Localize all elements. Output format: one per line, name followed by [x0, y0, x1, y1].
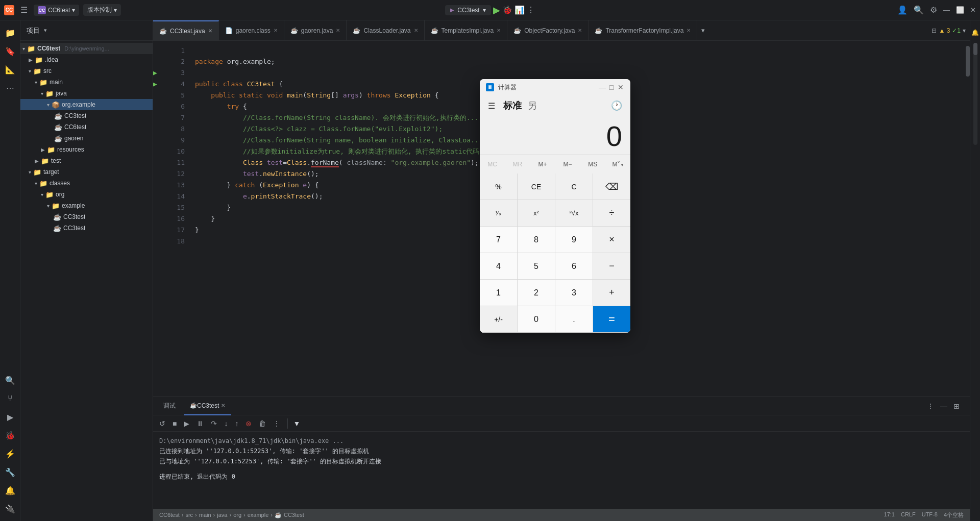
calc-subtract-button[interactable]: −	[593, 253, 630, 280]
calc-minimize-button[interactable]: —	[599, 84, 606, 91]
file-tree-chevron[interactable]: ▾	[44, 27, 47, 34]
tree-java-folder[interactable]: ▾ 📁 java	[20, 88, 153, 99]
tab-overflow-button[interactable]: ▾	[697, 20, 709, 41]
encoding[interactable]: UTF-8	[922, 511, 938, 519]
calc-close-button[interactable]: ✕	[617, 84, 624, 91]
tree-org-example-folder[interactable]: ▾ 📦 org.example	[20, 99, 153, 110]
sidebar-icon-plugins[interactable]: 🔌	[2, 501, 18, 517]
calc-reciprocal-button[interactable]: ¹⁄ₓ	[480, 200, 518, 227]
calc-mminus-button[interactable]: M−	[555, 155, 580, 173]
calc-sqrt-button[interactable]: ²√x	[555, 200, 593, 227]
tree-cc3test-file[interactable]: ☕ CC3test	[20, 110, 153, 121]
tab-split-button[interactable]: ⊟	[932, 27, 937, 34]
ok-count[interactable]: ✓1	[952, 27, 961, 34]
settings-button[interactable]: ⚙	[930, 5, 937, 15]
disconnect-btn[interactable]: ⊗	[243, 418, 254, 429]
calc-menu-icon[interactable]: ☰	[488, 101, 495, 111]
tab-gaoren-class-close[interactable]: ✕	[274, 28, 278, 33]
right-sidebar-vscroll[interactable]	[973, 43, 977, 145]
calc-negate-button[interactable]: +/-	[480, 306, 518, 333]
minimize-button[interactable]: —	[943, 6, 950, 14]
tree-resources-folder[interactable]: ▶ 📁 resources	[20, 144, 153, 155]
editor-vscroll[interactable]	[966, 41, 970, 396]
breadcrumb-java[interactable]: java	[217, 512, 227, 518]
user-button[interactable]: 👤	[897, 5, 908, 15]
debug-button[interactable]: 🐞	[502, 5, 512, 15]
tree-idea-folder[interactable]: ▶ 📁 .idea	[20, 54, 153, 65]
sidebar-icon-search[interactable]: 🔍	[2, 372, 18, 388]
tree-target-cc3test-2[interactable]: ☕ CC3test	[20, 222, 153, 234]
run-more-button[interactable]: ⋮	[527, 5, 535, 15]
breadcrumb-src[interactable]: src	[185, 512, 193, 518]
calc-9-button[interactable]: 9	[555, 227, 593, 253]
run-button[interactable]: ▶	[493, 5, 500, 16]
debug-tab[interactable]: 调试	[157, 397, 182, 415]
close-button[interactable]: ✕	[970, 6, 976, 14]
bottom-expand-button[interactable]: —	[938, 401, 949, 411]
calc-percent-button[interactable]: %	[480, 173, 518, 200]
calc-5-button[interactable]: 5	[518, 253, 555, 280]
calc-ms-button[interactable]: MS	[580, 155, 605, 173]
line-ending[interactable]: CRLF	[901, 511, 916, 519]
tab-transformerfactoryimpl[interactable]: ☕ TransformerFactoryImpl.java ✕	[589, 20, 697, 41]
tab-gaoren-java[interactable]: ☕ gaoren.java ✕	[284, 20, 347, 41]
calc-4-button[interactable]: 4	[480, 253, 518, 280]
tab-objectfactory-close[interactable]: ✕	[578, 28, 582, 33]
tree-src-folder[interactable]: ▾ 📁 src	[20, 65, 153, 77]
sidebar-icon-more[interactable]: ⋯	[2, 80, 18, 96]
profile-button[interactable]: 📊	[514, 5, 525, 15]
step-over-btn[interactable]: ↷	[209, 418, 219, 429]
calc-add-button[interactable]: +	[593, 280, 630, 306]
calc-7-button[interactable]: 7	[480, 227, 518, 253]
tree-test-folder[interactable]: ▶ 📁 test	[20, 155, 153, 166]
calc-maximize-button[interactable]: □	[608, 84, 615, 91]
sidebar-icon-git[interactable]: ⑂	[2, 390, 18, 407]
breadcrumb-example[interactable]: example	[248, 512, 269, 518]
bottom-split-button[interactable]: ⊞	[951, 401, 962, 411]
tab-gaoren-java-close[interactable]: ✕	[336, 28, 340, 33]
tab-classloader[interactable]: ☕ ClassLoader.java ✕	[347, 20, 424, 41]
calc-decimal-button[interactable]: .	[555, 306, 593, 333]
tab-templatesimpl[interactable]: ☕ TemplatesImpl.java ✕	[425, 20, 508, 41]
maximize-button[interactable]: ⬜	[956, 6, 964, 14]
tree-example-folder[interactable]: ▾ 📁 example	[20, 200, 153, 211]
hamburger-menu[interactable]: ☰	[18, 3, 30, 17]
suspend-btn[interactable]: ⏸	[194, 418, 206, 429]
tree-target-cc3test-1[interactable]: ☕ CC3test	[20, 211, 153, 222]
inspector-button[interactable]: ▾	[963, 27, 966, 34]
bottom-more-button[interactable]: ⋮	[925, 401, 936, 411]
console-more-btn[interactable]: ⋮	[271, 418, 282, 429]
calc-2-button[interactable]: 2	[518, 280, 555, 306]
sidebar-icon-debug[interactable]: 🐞	[2, 427, 18, 443]
sidebar-icon-tools[interactable]: 🔧	[2, 464, 18, 480]
stop-btn[interactable]: ■	[170, 418, 179, 429]
cursor-position[interactable]: 17:1	[884, 511, 895, 519]
warning-count[interactable]: ▲ 3	[939, 27, 950, 34]
calc-6-button[interactable]: 6	[555, 253, 593, 280]
resume-btn[interactable]: ▶	[182, 418, 191, 429]
sidebar-icon-notifications[interactable]: 🔔	[2, 482, 18, 499]
tab-cc3test-close[interactable]: ✕	[208, 28, 212, 34]
calc-mlist-button[interactable]: M˅	[605, 155, 630, 173]
breadcrumb-org[interactable]: org	[233, 512, 241, 518]
calc-3-button[interactable]: 3	[555, 280, 593, 306]
tree-target-folder[interactable]: ▾ 📁 target	[20, 166, 153, 178]
tree-main-folder[interactable]: ▾ 📁 main	[20, 77, 153, 88]
sidebar-icon-structure[interactable]: 📐	[2, 61, 18, 78]
down-arrow-btn[interactable]: ▼	[291, 418, 302, 429]
step-into-btn[interactable]: ↓	[222, 418, 230, 429]
clear-btn[interactable]: 🗑	[257, 418, 268, 429]
calc-c-button[interactable]: C	[555, 173, 593, 200]
tab-objectfactory[interactable]: ☕ ObjectFactory.java ✕	[507, 20, 589, 41]
calc-8-button[interactable]: 8	[518, 227, 555, 253]
console-tab-close[interactable]: ✕	[221, 403, 225, 408]
sidebar-icon-services[interactable]: ⚡	[2, 445, 18, 462]
run-config-selector[interactable]: ▶ CC3test ▾	[445, 5, 491, 15]
tree-root[interactable]: ▾ 📁 CC6test D:\yingwenming...	[20, 43, 153, 54]
calc-0-button[interactable]: 0	[518, 306, 555, 333]
version-control[interactable]: 版本控制 ▾	[83, 4, 121, 16]
calc-ce-button[interactable]: CE	[518, 173, 555, 200]
calc-backspace-button[interactable]: ⌫	[593, 173, 630, 200]
sidebar-icon-run[interactable]: ▶	[2, 409, 18, 425]
calc-mplus-button[interactable]: M+	[530, 155, 555, 173]
